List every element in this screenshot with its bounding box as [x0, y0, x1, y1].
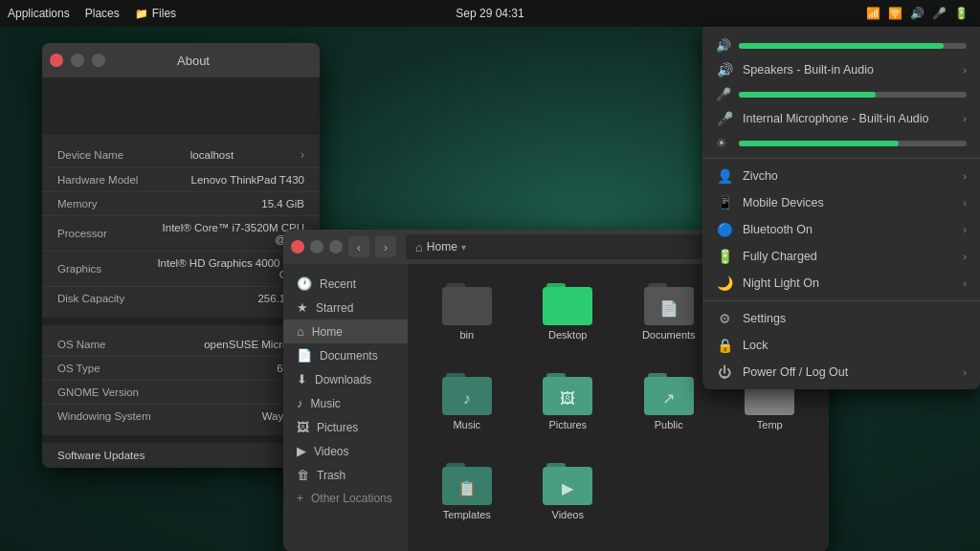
downloads-sidebar-icon: ⬇ [297, 372, 307, 386]
about-software-updates-label: Software Updates [57, 450, 145, 461]
bluetooth-chevron-icon: › [963, 224, 967, 235]
about-processor-label: Processor [57, 228, 107, 239]
about-graphics-value: Intel® HD Graphics 4000 (IVB GT2) [151, 257, 304, 280]
sys-settings-label: Settings [743, 312, 967, 325]
sys-night-light-label: Night Light On [743, 276, 953, 290]
tray-wifi-icon[interactable]: 🛜 [888, 7, 902, 20]
music-folder-inner-icon: ♪ [463, 390, 471, 408]
sidebar-item-home[interactable]: ⌂ Home [283, 320, 408, 343]
about-hardware-value: Lenovo ThinkPad T430 [191, 174, 305, 186]
user-icon: 👤 [716, 168, 733, 184]
file-item-desktop[interactable]: Desktop [523, 277, 614, 358]
file-item-pictures[interactable]: 🖼 Pictures [523, 367, 614, 448]
folder-pictures-icon: 🖼 [543, 373, 592, 415]
battery-icon: 🔋 [716, 249, 733, 264]
mic-slider[interactable] [739, 92, 967, 98]
sys-item-battery[interactable]: 🔋 Fully Charged › [702, 243, 980, 270]
taskbar-files[interactable]: 📁 Files [135, 7, 176, 20]
file-item-desktop-label: Desktop [548, 329, 587, 341]
folder-documents-icon: 📄 [644, 283, 694, 325]
file-nav-back-button[interactable]: ‹ [348, 236, 369, 257]
other-locations-icon: + [297, 492, 303, 505]
input-chevron-icon: › [963, 113, 967, 124]
documents-sidebar-icon: 📄 [297, 348, 312, 363]
trash-sidebar-icon: 🗑 [297, 468, 309, 482]
folder-templates-icon: 📋 [442, 463, 492, 505]
taskbar-places[interactable]: Places [85, 7, 120, 20]
about-maximize-button[interactable] [92, 54, 105, 67]
file-item-templates-label: Templates [443, 509, 491, 520]
file-item-temp-label: Temp [757, 419, 783, 430]
music-sidebar-icon: ♪ [297, 396, 303, 410]
about-disk-label: Disk Capacity [57, 293, 124, 304]
sidebar-item-trash[interactable]: 🗑 Trash [283, 463, 408, 487]
sidebar-item-downloads[interactable]: ⬇ Downloads [283, 367, 408, 391]
battery-chevron-icon: › [963, 251, 967, 262]
file-item-videos[interactable]: ▶ Videos [523, 457, 614, 538]
sys-item-settings[interactable]: ⚙ Settings [702, 305, 980, 332]
tray-mic-icon[interactable]: 🎤 [932, 7, 947, 20]
sidebar-item-recent[interactable]: 🕐 Recent [283, 272, 408, 296]
lock-icon: 🔒 [716, 338, 733, 353]
about-gnome-label: GNOME Version [57, 386, 139, 398]
sys-item-zivcho[interactable]: 👤 Zivcho › [702, 163, 980, 189]
tray-battery-icon[interactable]: 🔋 [954, 7, 969, 20]
volume-slider-row: 🔊 [702, 34, 980, 56]
sidebar-item-music[interactable]: ♪ Music [283, 391, 408, 415]
file-nav-forward-button[interactable]: › [375, 236, 396, 257]
power-icon: ⏻ [716, 364, 733, 380]
sidebar-item-starred[interactable]: ★ Starred [283, 296, 408, 320]
brightness-slider[interactable] [739, 141, 967, 146]
file-maximize-button[interactable] [329, 240, 343, 253]
sys-input-device[interactable]: 🎤 Internal Microphone - Built-in Audio › [702, 105, 980, 132]
sys-item-lock[interactable]: 🔒 Lock [702, 332, 980, 359]
sidebar-item-documents[interactable]: 📄 Documents [283, 343, 408, 367]
taskbar-files-label: Files [152, 7, 176, 20]
sidebar-item-other-locations[interactable]: + Other Locations [283, 487, 408, 510]
sys-item-power[interactable]: ⏻ Power Off / Log Out › [702, 359, 980, 386]
tray-network-icon[interactable]: 📶 [866, 7, 880, 20]
file-close-button[interactable] [291, 240, 304, 253]
file-item-documents[interactable]: 📄 Documents [623, 277, 715, 358]
file-location-chevron-icon: ▾ [461, 242, 466, 253]
file-item-bin[interactable]: bin [421, 277, 513, 358]
videos-folder-inner-icon: ▶ [562, 479, 573, 497]
tray-sound-icon[interactable]: 🔊 [910, 7, 924, 20]
about-os-type-row: OS Type 64-bit [42, 357, 320, 381]
folder-bin-icon [442, 283, 492, 325]
about-divider2 [42, 435, 320, 443]
sidebar-item-pictures[interactable]: 🖼 Pictures [283, 415, 408, 439]
pictures-folder-inner-icon: 🖼 [560, 390, 575, 408]
mobile-icon: 📱 [716, 195, 733, 210]
taskbar-applications[interactable]: Applications [8, 7, 70, 20]
mic-slider-icon: 🎤 [716, 87, 731, 101]
sys-item-bluetooth[interactable]: 🔵 Bluetooth On › [702, 216, 980, 243]
about-titlebar: About [42, 43, 320, 77]
file-minimize-button[interactable] [310, 240, 323, 253]
file-item-music[interactable]: ♪ Music [421, 367, 513, 448]
about-software-updates-row[interactable]: Software Updates › [42, 443, 320, 468]
output-chevron-icon: › [963, 64, 967, 76]
recent-icon: 🕐 [297, 276, 312, 291]
file-item-videos-label: Videos [552, 509, 584, 520]
file-item-public[interactable]: ↗ Public [623, 367, 715, 448]
about-os-name-row: OS Name openSUSE MicroOS [42, 333, 320, 357]
sys-output-device[interactable]: 🔊 Speakers - Built-in Audio › [702, 56, 980, 83]
file-sidebar: 🕐 Recent ★ Starred ⌂ Home 📄 Documents ⬇ … [283, 264, 408, 551]
file-item-music-label: Music [453, 419, 480, 430]
about-minimize-button[interactable] [71, 54, 84, 67]
file-item-templates[interactable]: 📋 Templates [421, 457, 513, 538]
sys-bluetooth-label: Bluetooth On [743, 223, 953, 236]
taskbar-files-icon: 📁 [135, 8, 148, 20]
about-gnome-row: GNOME Version 40.4 [42, 381, 320, 405]
brightness-slider-row: ☀ [702, 132, 980, 154]
about-close-button[interactable] [50, 54, 63, 67]
sys-divider-2 [702, 300, 980, 301]
sidebar-item-videos[interactable]: ▶ Videos [283, 439, 408, 463]
sys-zivcho-label: Zivcho [743, 169, 953, 183]
system-menu: 🔊 🔊 Speakers - Built-in Audio › 🎤 🎤 Inte… [702, 27, 980, 389]
about-os-rows: OS Name openSUSE MicroOS OS Type 64-bit … [42, 325, 320, 435]
sys-item-night-light[interactable]: 🌙 Night Light On › [702, 270, 980, 297]
volume-slider[interactable] [739, 43, 967, 49]
sys-item-mobile-devices[interactable]: 📱 Mobile Devices › [702, 189, 980, 216]
